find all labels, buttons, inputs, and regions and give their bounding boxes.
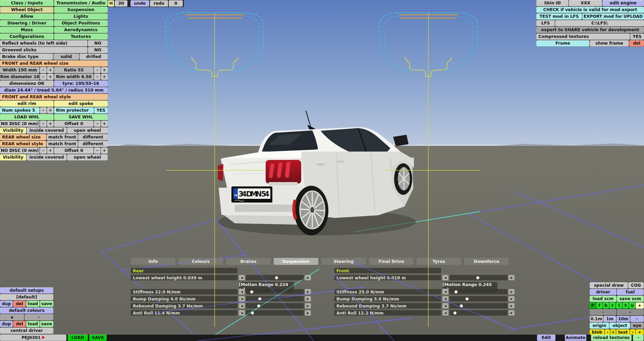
grooved-slicks-value[interactable]: NO [88, 47, 108, 53]
reflect-wheels-label[interactable]: Reflect wheels (to left side) [0, 40, 88, 47]
rear-offset-minus-button[interactable]: - [94, 148, 101, 154]
front-antiroll-decrease-button[interactable]: ◀ [442, 310, 448, 316]
save-whl-button[interactable]: SAVE WHL [54, 114, 108, 120]
ratio-minus-button[interactable]: - [94, 67, 101, 73]
ratio-plus-button[interactable]: + [101, 67, 108, 73]
front-rebound-decrease-button[interactable]: ◀ [442, 303, 448, 308]
edit-rim-button[interactable]: edit rim [0, 101, 54, 107]
slider-dot[interactable] [250, 290, 253, 293]
fuel-button[interactable]: fuel [617, 289, 644, 295]
menu-wheel-object[interactable]: Wheel Object [0, 7, 54, 13]
front-disc-minus-button[interactable]: - [40, 121, 47, 127]
rear-rebound-decrease-button[interactable]: ◀ [239, 303, 245, 308]
num-spokes-minus-button[interactable]: - [40, 107, 47, 114]
menu-configurations[interactable]: Configurations [0, 34, 54, 40]
frame-button[interactable]: Frame [536, 40, 589, 47]
slider-dot[interactable] [275, 276, 278, 279]
lfs-path[interactable]: C:\LFS\ [555, 20, 644, 26]
rear-style-different-button[interactable]: different [78, 141, 108, 147]
front-antiroll-increase-button[interactable]: ▶ [508, 310, 515, 316]
load-whl-button[interactable]: LOAD WHL [0, 114, 54, 120]
draw-l-button[interactable]: l [616, 302, 622, 309]
save-vehicle-button[interactable]: SAVE [89, 335, 107, 341]
rear-anti-roll-label[interactable]: Anti Roll 11.4 N/mm [131, 310, 237, 316]
rim-diameter-label[interactable]: Rim diameter 16 [0, 74, 40, 80]
front-lwh-slider[interactable] [449, 275, 507, 280]
tab-suspension[interactable]: Suspension [274, 258, 318, 265]
rear-disc-plus-button[interactable]: + [47, 148, 54, 154]
front-bump-increase-button[interactable]: ▶ [508, 296, 515, 301]
tab-info[interactable]: Info [131, 258, 175, 265]
default-colours-header[interactable]: default colours [0, 307, 53, 314]
slider-dot[interactable] [466, 297, 469, 300]
front-offset-label[interactable]: Offset 0 [54, 121, 94, 127]
rear-bump-decrease-button[interactable]: ◀ [239, 296, 245, 301]
front-inside-covered-button[interactable]: inside covered [26, 127, 67, 134]
rear-bump-increase-button[interactable]: ▶ [305, 296, 311, 301]
history-count[interactable]: 0 [169, 0, 183, 7]
rear-open-wheel-button[interactable]: open wheel [67, 154, 108, 161]
front-stiffness-decrease-button[interactable]: ◀ [442, 289, 448, 294]
cog-button[interactable]: COG [628, 282, 644, 289]
setup-del-button[interactable]: del [13, 301, 26, 307]
grid-dash-button[interactable]: - [630, 316, 644, 322]
tab-tyres[interactable]: Tyres [417, 258, 461, 265]
menu-class-inputs[interactable]: Class / Inputs [0, 0, 54, 6]
special-draw-button[interactable]: special draw [590, 282, 628, 289]
load-vehicle-button[interactable]: LOAD [68, 335, 88, 341]
rear-stiffness-slider[interactable] [246, 289, 304, 294]
num-spokes-plus-button[interactable]: + [47, 107, 54, 114]
brake-disc-drilled-button[interactable]: drilled [79, 54, 108, 60]
tab-brakes[interactable]: Brakes [226, 258, 271, 265]
eye-button[interactable]: eye [631, 323, 644, 329]
colour-dot-button[interactable]: ● [0, 314, 24, 321]
compressed-textures-value[interactable]: YES [630, 34, 644, 40]
rear-lwh-slider[interactable] [246, 275, 304, 280]
compressed-textures-label[interactable]: Compressed textures [536, 34, 630, 40]
width-label[interactable]: Width 195 mm [0, 67, 40, 73]
front-bump-decrease-button[interactable]: ◀ [442, 296, 448, 301]
rim-width-minus-button[interactable]: - [94, 74, 101, 80]
draw-dash-left-button[interactable]: - [590, 309, 616, 316]
draw-u-button[interactable]: u [629, 302, 635, 309]
slider-dot[interactable] [476, 276, 479, 279]
rim-protector-value[interactable]: YES [94, 107, 108, 114]
rim-protector-label[interactable]: Rim protector [54, 107, 94, 114]
rear-lwh-decrease-button[interactable]: ◀ [239, 275, 245, 280]
grid-10m-button[interactable]: 10m [616, 316, 630, 322]
menu-textures[interactable]: Textures [54, 34, 108, 40]
vehicle-name-field[interactable]: PEJ0301✱ [0, 335, 66, 341]
num-spokes-label[interactable]: Num spokes 5 [0, 107, 40, 114]
rear-bump-damping-label[interactable]: Bump Damping 4.0 Ns/mm [131, 296, 237, 301]
undo-button[interactable]: undo [130, 0, 149, 7]
rear-style-match-front-button[interactable]: match front [47, 141, 78, 147]
tab-downforce[interactable]: Downforce [464, 258, 509, 265]
central-driver-button[interactable]: central driver [0, 328, 53, 334]
reload-textures-button[interactable]: reload textures [591, 335, 632, 341]
export-share-button[interactable]: export to SHARE vehicle for development [536, 27, 644, 33]
front-disc-label[interactable]: NO DISC (0 mm) [0, 121, 40, 127]
front-anti-roll-label[interactable]: Anti Roll 12.2 N/mm [334, 310, 441, 316]
rear-size-match-front-button[interactable]: match front [47, 134, 78, 140]
menu-mass[interactable]: Mass [0, 27, 54, 33]
edit-spoke-button[interactable]: edit spoke [54, 101, 108, 107]
front-open-wheel-button[interactable]: open wheel [67, 127, 108, 134]
front-rebound-slider[interactable] [449, 303, 507, 308]
test-mod-button[interactable]: TEST mod in LFS [536, 13, 582, 20]
rim-diameter-plus-button[interactable]: + [47, 74, 54, 80]
rear-bump-slider[interactable] [246, 296, 304, 301]
export-mod-button[interactable]: EXPORT mod for UPLOAD [582, 13, 644, 20]
rear-stiffness-label[interactable]: Stiffness 22.0 N/mm [131, 289, 237, 294]
origin-button[interactable]: origin [590, 323, 609, 329]
rear-antiroll-decrease-button[interactable]: ◀ [239, 310, 245, 316]
draw-dot-button[interactable]: ● [636, 302, 644, 309]
rear-inside-covered-button[interactable]: inside covered [26, 154, 67, 161]
front-stiffness-slider[interactable] [449, 289, 507, 294]
rear-stiffness-increase-button[interactable]: ▶ [305, 289, 311, 294]
setup-dup-button[interactable]: dup [0, 301, 13, 307]
draw-t-button[interactable]: t [623, 302, 629, 309]
rear-offset-plus-button[interactable]: + [101, 148, 108, 154]
slider-dot[interactable] [460, 304, 463, 307]
front-offset-minus-button[interactable]: - [94, 121, 101, 127]
default-setups-header[interactable]: default setups [0, 287, 53, 294]
